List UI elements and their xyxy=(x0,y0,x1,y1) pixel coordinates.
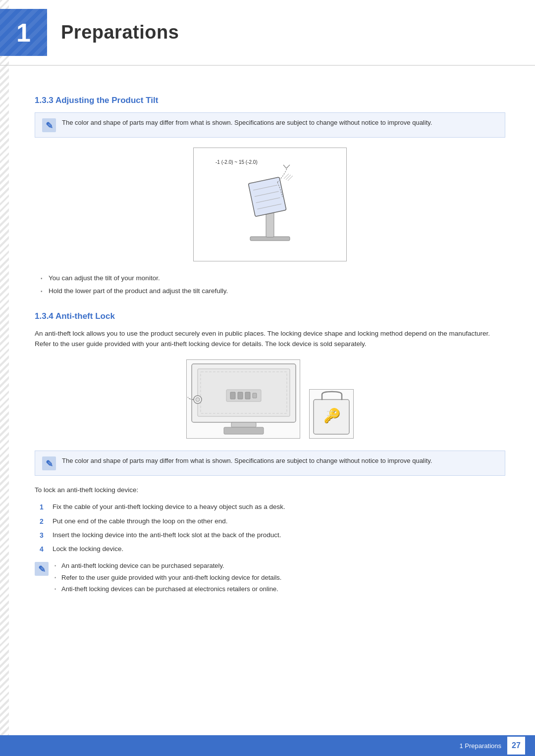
section-134-body: An anti-theft lock allows you to use the… xyxy=(35,328,505,350)
sub-notes-container: ✎ An anti-theft locking device can be pu… xyxy=(35,561,505,596)
section-133-note-box: ✎ The color and shape of parts may diffe… xyxy=(35,112,505,138)
sub-note-item: Refer to the user guide provided with yo… xyxy=(54,573,281,583)
step-item: 1 Fix the cable of your anti-theft locki… xyxy=(40,502,505,512)
svg-rect-23 xyxy=(224,427,264,434)
tilt-diagram-container: -1 (-2.0) ~ 15 (-2.0) xyxy=(35,148,505,261)
svg-rect-4 xyxy=(248,177,286,217)
svg-line-9 xyxy=(286,165,290,168)
section-133-bullets: You can adjust the tilt of your monitor.… xyxy=(35,273,505,297)
svg-rect-17 xyxy=(230,392,235,399)
page-content: 1.3.3 Adjusting the Product Tilt ✎ The c… xyxy=(0,66,535,636)
tilt-label-text: -1 (-2.0) ~ 15 (-2.0) xyxy=(215,159,258,165)
svg-rect-19 xyxy=(245,392,250,399)
chapter-number-block: 1 xyxy=(0,9,47,56)
section-134-note-box: ✎ The color and shape of parts may diffe… xyxy=(35,451,505,476)
footer-text: 1 Preparations xyxy=(459,742,501,750)
section-134-heading: 1.3.4 Anti-theft Lock xyxy=(35,311,505,321)
tilt-diagram-svg: -1 (-2.0) ~ 15 (-2.0) xyxy=(201,155,339,254)
svg-text:✎: ✎ xyxy=(46,121,53,131)
svg-rect-22 xyxy=(231,422,256,427)
bullet-item: Hold the lower part of the product and a… xyxy=(40,286,505,296)
svg-line-12 xyxy=(286,175,291,180)
note-icon-134: ✎ xyxy=(42,456,56,470)
sub-note-item: An anti-theft locking device can be purc… xyxy=(54,561,281,571)
svg-text:✎: ✎ xyxy=(38,564,46,574)
svg-line-10 xyxy=(283,165,286,168)
left-stripe-decoration xyxy=(0,0,9,756)
step-item: 2 Put one end of the cable through the l… xyxy=(40,516,505,526)
monitor-diagram xyxy=(186,359,300,439)
chapter-number: 1 xyxy=(0,9,47,56)
note-icon-133: ✎ xyxy=(42,118,56,132)
antitheft-diagram-container: 🔑 xyxy=(35,359,505,439)
sub-note-item: Anti-theft locking devices can be purcha… xyxy=(54,584,281,594)
tilt-diagram-box: -1 (-2.0) ~ 15 (-2.0) xyxy=(193,148,347,261)
bullet-item: You can adjust the tilt of your monitor. xyxy=(40,273,505,283)
section-133-note-text: The color and shape of parts may differ … xyxy=(62,118,432,128)
chapter-banner: 1 Preparations xyxy=(0,0,535,66)
step-item: 3 Insert the locking device into the ant… xyxy=(40,530,505,540)
svg-line-11 xyxy=(284,174,289,179)
to-lock-label: To lock an anti-theft locking device: xyxy=(35,485,505,496)
sub-notes-list: An anti-theft locking device can be purc… xyxy=(54,561,281,596)
lock-diagram: 🔑 xyxy=(309,389,354,439)
chapter-title: Preparations xyxy=(61,22,179,43)
svg-line-13 xyxy=(288,176,293,181)
svg-rect-18 xyxy=(238,392,243,399)
section-133-heading: 1.3.3 Adjusting the Product Tilt xyxy=(35,96,505,105)
antitheft-steps: 1 Fix the cable of your anti-theft locki… xyxy=(35,502,505,554)
section-134-note-text: The color and shape of parts may differ … xyxy=(62,456,432,466)
svg-text:✎: ✎ xyxy=(46,459,53,469)
note-icon-subnotes: ✎ xyxy=(35,562,49,576)
svg-rect-20 xyxy=(253,393,257,398)
footer-page-number: 27 xyxy=(507,737,525,755)
svg-point-25 xyxy=(196,398,200,402)
page-footer: 1 Preparations 27 xyxy=(0,735,535,756)
step-item: 4 Lock the locking device. xyxy=(40,544,505,554)
